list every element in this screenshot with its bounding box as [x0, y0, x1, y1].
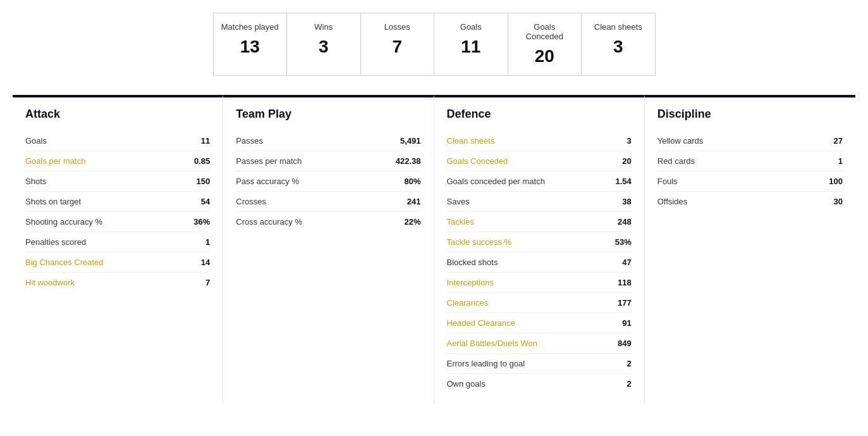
stat-row: Aerial Battles/Duels Won 849: [447, 333, 632, 354]
discipline-title: Discipline: [657, 108, 843, 121]
stat-value: 2: [627, 359, 632, 368]
stat-value: 54: [201, 197, 210, 206]
stat-label: Hit woodwork: [25, 278, 75, 287]
stat-value: 7: [205, 278, 210, 287]
stat-label: Big Chances Created: [25, 258, 104, 267]
summary-value: 13: [220, 37, 281, 57]
stat-value: 91: [622, 318, 631, 328]
stat-value: 150: [197, 177, 211, 186]
summary-value: 3: [588, 37, 649, 57]
stat-label: Errors leading to goal: [447, 359, 525, 368]
stat-row: Clearances 177: [447, 293, 632, 313]
stat-value: 11: [201, 136, 210, 146]
stat-row: Cross accuracy % 22%: [236, 212, 420, 232]
stat-row: Passes 5,491: [236, 131, 420, 151]
summary-label: Goals: [441, 22, 501, 32]
summary-bar: Matches played 13 Wins 3 Losses 7 Goals …: [213, 13, 656, 76]
stat-value: 0.85: [194, 156, 210, 166]
stat-label: Shots on target: [25, 197, 81, 206]
stat-value: 38: [622, 197, 631, 206]
stat-row: Saves 38: [447, 192, 632, 212]
stat-row: Passes per match 422.38: [236, 151, 420, 171]
stat-row: Blocked shots 47: [447, 252, 632, 273]
stat-row: Red cards 1: [657, 151, 843, 171]
stat-value: 3: [627, 136, 632, 146]
attack-section: Attack Goals 11 Goals per match 0.85 Sho…: [13, 95, 223, 404]
discipline-section: Discipline Yellow cards 27 Red cards 1 F…: [645, 95, 855, 404]
stat-row: Shots 150: [25, 171, 210, 192]
summary-item: Clean sheets 3: [582, 13, 655, 75]
stat-value: 422.38: [396, 156, 421, 166]
attack-title: Attack: [25, 108, 210, 121]
summary-item: Wins 3: [287, 13, 361, 75]
stat-row: Goals per match 0.85: [25, 151, 210, 171]
stat-label: Fouls: [657, 177, 678, 186]
stat-row: Clean sheets 3: [447, 131, 632, 151]
stat-row: Own goals 2: [447, 374, 632, 394]
stat-row: Pass accuracy % 80%: [236, 171, 420, 192]
stat-value: 22%: [404, 217, 420, 227]
stat-label: Clearances: [447, 298, 489, 308]
stat-row: Goals 11: [25, 131, 210, 151]
stat-label: Crosses: [236, 197, 266, 206]
stat-value: 177: [618, 298, 632, 308]
stat-label: Headed Clearance: [447, 318, 515, 328]
stat-label: Goals: [25, 136, 47, 146]
stat-label: Clean sheets: [447, 136, 495, 146]
stat-row: Shooting accuracy % 36%: [25, 212, 210, 232]
defence-title: Defence: [447, 108, 632, 121]
stat-label: Passes per match: [236, 156, 302, 166]
stat-label: Own goals: [447, 379, 486, 389]
stat-value: 1: [838, 156, 843, 166]
stat-value: 30: [834, 197, 843, 206]
stat-row: Interceptions 118: [447, 273, 632, 293]
stat-label: Aerial Battles/Duels Won: [447, 339, 538, 348]
stat-value: 27: [834, 136, 843, 146]
stat-label: Offsides: [657, 197, 687, 206]
stat-value: 5,491: [400, 136, 421, 146]
summary-item: Goals 11: [434, 13, 508, 75]
stat-row: Shots on target 54: [25, 192, 210, 212]
stat-label: Tackle success %: [447, 237, 512, 247]
stat-value: 241: [407, 197, 421, 206]
stat-label: Shots: [25, 177, 46, 186]
stat-label: Goals Conceded: [447, 156, 508, 166]
stat-row: Crosses 241: [236, 192, 420, 212]
stat-label: Yellow cards: [657, 136, 704, 146]
stat-label: Blocked shots: [447, 258, 498, 267]
stat-label: Interceptions: [447, 278, 494, 287]
stat-row: Tackle success % 53%: [447, 232, 632, 252]
stat-value: 36%: [193, 217, 210, 227]
defence-section: Defence Clean sheets 3 Goals Conceded 20…: [434, 95, 645, 404]
summary-item: Goals Conceded 20: [508, 13, 582, 75]
stat-value: 53%: [615, 237, 632, 247]
summary-label: Losses: [367, 22, 428, 32]
stat-label: Red cards: [657, 156, 695, 166]
stat-label: Cross accuracy %: [236, 217, 302, 227]
stat-value: 14: [201, 258, 210, 267]
stat-row: Tackles 248: [447, 212, 632, 232]
stat-label: Penalties scored: [25, 237, 86, 247]
stat-value: 1: [205, 237, 210, 247]
stat-row: Yellow cards 27: [657, 131, 843, 151]
summary-item: Matches played 13: [214, 13, 288, 75]
main-grid: Attack Goals 11 Goals per match 0.85 Sho…: [13, 95, 855, 404]
stat-value: 100: [829, 177, 843, 186]
stat-value: 849: [618, 339, 632, 348]
summary-label: Clean sheets: [588, 22, 649, 32]
summary-item: Losses 7: [361, 13, 435, 75]
teamplay-section: Team Play Passes 5,491 Passes per match …: [223, 95, 434, 404]
stat-row: Errors leading to goal 2: [447, 354, 632, 374]
stat-label: Pass accuracy %: [236, 177, 299, 186]
stat-row: Fouls 100: [657, 171, 843, 192]
summary-value: 7: [367, 37, 428, 57]
stat-row: Goals Conceded 20: [447, 151, 632, 171]
stat-value: 248: [618, 217, 632, 227]
stat-label: Tackles: [447, 217, 474, 227]
stat-label: Goals conceded per match: [447, 177, 545, 186]
stat-label: Shooting accuracy %: [25, 217, 102, 227]
stat-value: 118: [618, 278, 632, 287]
stat-value: 80%: [404, 177, 420, 186]
teamplay-title: Team Play: [236, 108, 420, 121]
summary-label: Goals Conceded: [515, 22, 575, 41]
